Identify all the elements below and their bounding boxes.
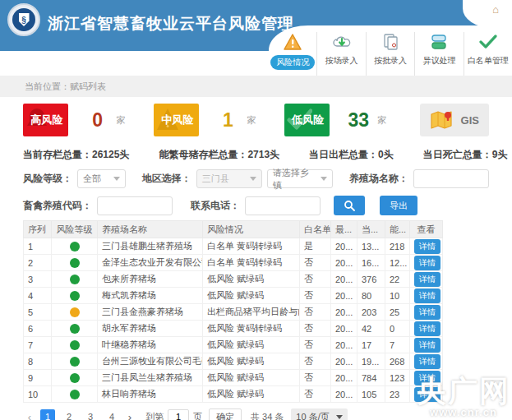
row-farm-name: 三门县雄鹏生猪养殖场 (98, 238, 203, 255)
farms-table: 序列 风险等级 养殖场名称 风险情况 白名单 最... 当... 能... 查看… (23, 220, 443, 403)
tab-label: 按批录入 (374, 55, 407, 67)
row-latest: 20... (331, 238, 357, 255)
row-latest: 20... (331, 386, 357, 403)
row-sows: 218 (385, 238, 410, 255)
checkmark-icon (477, 32, 499, 52)
phone-input[interactable] (245, 196, 321, 215)
low-risk-count: 33 (348, 109, 370, 132)
livestock-code-input[interactable] (97, 196, 173, 215)
row-farm-name: 梅式凯养猪场 (98, 288, 203, 304)
row-whitelist: 否 (300, 288, 331, 304)
risk-dot-icon (70, 275, 80, 284)
row-seq: 5 (24, 304, 52, 321)
row-whitelist: 否 (300, 337, 331, 353)
county-select[interactable]: 三门县 (196, 169, 262, 188)
table-row: 7 叶继稳养猪场 低风险 赋绿码 否 20... 17 7 详情 (24, 337, 443, 353)
table-row: 10 林日响养猪场 低风险 赋绿码 否 20... 105 23 详情 (24, 386, 443, 403)
tab-label: 风险情况 (270, 55, 315, 70)
detail-button[interactable]: 详情 (414, 338, 441, 353)
col-situation: 风险情况 (203, 221, 300, 238)
low-risk-box[interactable]: 低风险 (284, 104, 330, 136)
detail-button[interactable]: 详情 (414, 354, 441, 369)
row-latest: 20... (331, 321, 357, 337)
per-page-select[interactable]: 10 条/页 (291, 408, 347, 420)
detail-button[interactable]: 详情 (414, 321, 441, 336)
home-icon[interactable]: ⌂ (492, 4, 499, 15)
app-header: § 浙江省智慧畜牧业云平台风险管理 ⌂ 风险情况 按场录入 按批录入 (0, 0, 512, 76)
row-view: 详情 (410, 370, 443, 386)
high-risk-box[interactable]: 高风险 (23, 104, 68, 136)
row-latest: 20... (331, 255, 357, 271)
tab-entry-by-farm[interactable]: 按场录入 (317, 32, 366, 76)
risk-dot-icon (70, 324, 80, 334)
detail-button[interactable]: 详情 (414, 371, 441, 385)
total-records: 共 34 条 (251, 411, 284, 420)
page-button-3[interactable]: 3 (83, 409, 98, 420)
row-seq: 9 (24, 370, 52, 386)
export-button[interactable]: 导出 (380, 196, 417, 215)
row-seq: 8 (24, 353, 52, 370)
row-sows: 123 (385, 370, 410, 386)
row-whitelist: 否 (300, 386, 331, 403)
row-risk-level (52, 288, 98, 304)
row-current: 16... (357, 255, 385, 271)
town-select[interactable]: 请选择乡镇 (267, 169, 333, 188)
confirm-page-button[interactable]: 确定 (209, 408, 242, 420)
tab-entry-by-batch[interactable]: 按批录入 (367, 32, 415, 76)
tab-dispute-handling[interactable]: 异议处理 (415, 32, 464, 76)
row-whitelist: 否 (300, 304, 331, 321)
row-latest: 20... (331, 271, 357, 288)
risk-dot-icon (70, 373, 80, 383)
row-whitelist: 否 (300, 370, 331, 386)
tab-whitelist-management[interactable]: 白名单管理 (464, 32, 512, 76)
tab-risk-status[interactable]: 风险情况 (269, 32, 317, 76)
stat-breeding-sows: 能繁母猪存栏总量：2713头 (159, 148, 279, 162)
goto-page-input[interactable] (168, 409, 189, 420)
low-risk-label: 低风险 (292, 113, 324, 127)
medium-risk-label: 中风险 (161, 113, 193, 127)
row-farm-name: 三门县凤兰生猪养殖场 (98, 370, 203, 386)
row-view: 详情 (410, 238, 443, 255)
row-risk-level (52, 271, 98, 288)
next-page-icon[interactable]: › (123, 411, 136, 420)
detail-button[interactable]: 详情 (414, 272, 441, 287)
page-button-2[interactable]: 2 (62, 409, 76, 420)
row-view: 详情 (410, 288, 443, 304)
table-row: 9 三门县凤兰生猪养殖场 低风险 赋绿码 否 20... 784 123 详情 (24, 370, 443, 386)
detail-button[interactable]: 详情 (414, 288, 441, 303)
detail-button[interactable]: 详情 (414, 387, 441, 402)
col-current: 当... (357, 221, 385, 238)
table-row: 3 包来所养猪场 低风险 赋绿码 否 20... 376 22 详情 (24, 271, 443, 288)
row-risk-level (52, 370, 98, 386)
table-row: 5 三门县金燕豪养猪场 出栏商品猪平均日龄与前90... 否 20... 203… (24, 304, 443, 321)
table-row: 1 三门县雄鹏生猪养殖场 白名单 黄码转绿码 是 20... 13... 218… (24, 238, 443, 255)
row-risk-situation: 低风险 赋绿码 (203, 288, 300, 304)
gis-button[interactable]: GIS (420, 104, 489, 136)
row-farm-name: 叶继稳养猪场 (98, 337, 203, 353)
risk-level-select[interactable]: 全部 (77, 169, 126, 188)
row-whitelist: 是 (300, 238, 331, 255)
row-seq: 1 (24, 238, 52, 255)
page-button-1[interactable]: 1 (40, 409, 55, 420)
detail-button[interactable]: 详情 (414, 239, 441, 254)
search-button[interactable] (334, 196, 365, 215)
tab-bar: 风险情况 按场录入 按批录入 异议处理 白名单管理 (269, 25, 512, 76)
col-whitelist: 白名单 (300, 221, 331, 238)
detail-button[interactable]: 详情 (414, 256, 441, 270)
tab-label: 按场录入 (325, 55, 358, 67)
farm-name-input[interactable] (413, 169, 489, 188)
row-current: 376 (357, 271, 385, 288)
stacked-cards-icon (429, 32, 449, 52)
farm-name-label: 养殖场名称： (349, 172, 408, 186)
medium-risk-box[interactable]: 中风险 (154, 104, 199, 136)
row-risk-situation: 低风险 赋绿码 (203, 337, 300, 353)
high-risk-unit: 家 (117, 114, 126, 127)
row-risk-situation: 出栏商品猪平均日龄与前90... (203, 304, 300, 321)
row-whitelist: 否 (300, 271, 331, 288)
row-latest: 20... (331, 304, 357, 321)
page-button-4[interactable]: 4 (104, 409, 119, 420)
row-farm-name: 台州三源牧业有限公司毛张... (98, 353, 203, 370)
prev-page-icon[interactable]: ‹ (23, 411, 36, 420)
detail-button[interactable]: 详情 (414, 305, 441, 320)
risk-dot-icon (70, 357, 80, 367)
